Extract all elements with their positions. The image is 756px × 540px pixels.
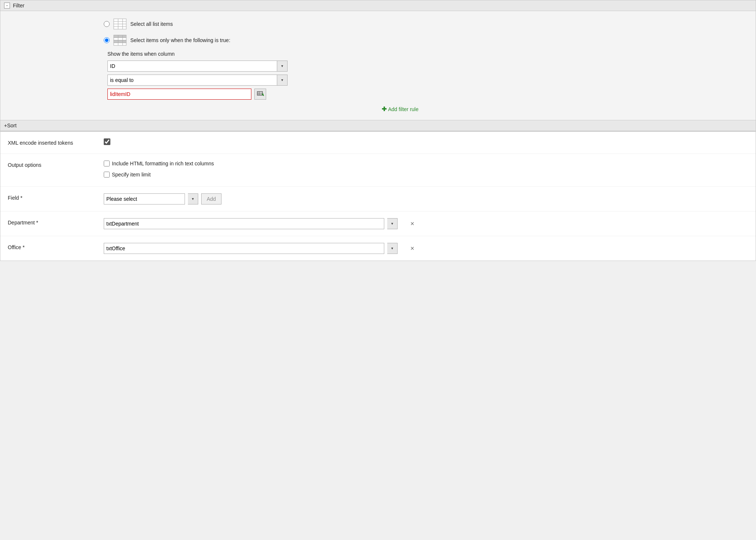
office-select[interactable]: txtOffice	[104, 243, 384, 254]
column-dropdown-btn[interactable]	[277, 61, 288, 72]
operator-select[interactable]: is equal to	[107, 75, 277, 86]
department-label: Department *	[8, 218, 104, 226]
svg-rect-7	[114, 38, 126, 40]
radio-all-label: Select all list items	[130, 21, 173, 27]
grid-icon-conditional	[113, 35, 127, 46]
add-filter-plus-icon: ✚	[382, 106, 386, 113]
field-row: Field * Please select Add	[0, 187, 756, 211]
add-filter-row: ✚ Add filter rule	[104, 106, 748, 113]
html-formatting-wrapper: Include HTML formatting in rich text col…	[104, 161, 214, 166]
department-remove-button[interactable]: ×	[408, 219, 417, 228]
page-container: − Filter Select all list items	[0, 0, 756, 540]
column-dropdown-row: ID	[107, 61, 748, 72]
field-label: Field *	[8, 193, 104, 201]
radio-select-all[interactable]	[104, 21, 110, 27]
office-row: Office * txtOffice ×	[0, 236, 756, 261]
field-select[interactable]: Please select	[104, 193, 185, 204]
xml-encode-row: XML encode inserted tokens	[0, 132, 756, 154]
department-row: Department * txtDepartment ×	[0, 211, 756, 236]
office-dropdown-btn[interactable]	[387, 243, 398, 254]
xml-encode-control	[104, 138, 748, 145]
xml-encode-checkbox[interactable]	[104, 138, 110, 145]
picker-button[interactable]	[254, 89, 266, 100]
svg-rect-12	[257, 92, 262, 95]
column-select[interactable]: ID	[107, 61, 277, 72]
condition-title: Show the items when column	[107, 51, 748, 57]
sort-section-label: Sort	[7, 123, 17, 128]
add-filter-label: Add filter rule	[388, 106, 418, 112]
svg-rect-6	[114, 35, 126, 38]
filter-section-label: Filter	[13, 3, 24, 8]
radio-select-conditional[interactable]	[104, 37, 110, 43]
sort-toggle-icon: +	[4, 123, 7, 128]
output-options-control: Include HTML formatting in rich text col…	[104, 161, 748, 180]
html-formatting-label: Include HTML formatting in rich text col…	[112, 161, 214, 166]
department-dropdown-btn[interactable]	[387, 218, 398, 229]
value-row	[107, 89, 748, 100]
item-limit-label: Specify item limit	[112, 172, 151, 178]
operator-dropdown-row: is equal to	[107, 75, 748, 86]
grid-icon-all	[113, 18, 127, 30]
filter-toggle-icon: −	[4, 3, 10, 8]
filter-section-header[interactable]: − Filter	[0, 0, 756, 11]
svg-rect-8	[114, 40, 126, 43]
office-remove-button[interactable]: ×	[408, 244, 417, 253]
radio-row-all: Select all list items	[104, 18, 748, 30]
sort-section-header[interactable]: + Sort	[0, 120, 756, 131]
office-label: Office *	[8, 243, 104, 250]
item-limit-wrapper: Specify item limit	[104, 172, 151, 178]
radio-conditional-label: Select items only when the following is …	[130, 37, 230, 43]
filter-body: Select all list items Select items only …	[0, 11, 756, 120]
form-area: XML encode inserted tokens Output option…	[0, 131, 756, 261]
xml-encode-label: XML encode inserted tokens	[8, 138, 104, 146]
value-input[interactable]	[107, 89, 251, 100]
html-formatting-checkbox[interactable]	[104, 161, 110, 166]
field-add-button[interactable]: Add	[201, 193, 221, 204]
item-limit-checkbox[interactable]	[104, 172, 110, 178]
add-filter-link[interactable]: ✚ Add filter rule	[382, 106, 418, 113]
operator-dropdown-btn[interactable]	[277, 75, 288, 86]
department-control: txtDepartment ×	[104, 218, 748, 229]
department-select[interactable]: txtDepartment	[104, 218, 384, 229]
filter-condition-area: Show the items when column ID is equal t…	[104, 51, 748, 100]
radio-row-conditional: Select items only when the following is …	[104, 35, 748, 46]
svg-rect-9	[114, 43, 126, 45]
output-options-label: Output options	[8, 161, 104, 168]
office-control: txtOffice ×	[104, 243, 748, 254]
field-control: Please select Add	[104, 193, 748, 204]
field-dropdown-btn[interactable]	[188, 193, 198, 204]
output-options-row: Output options Include HTML formatting i…	[0, 154, 756, 187]
